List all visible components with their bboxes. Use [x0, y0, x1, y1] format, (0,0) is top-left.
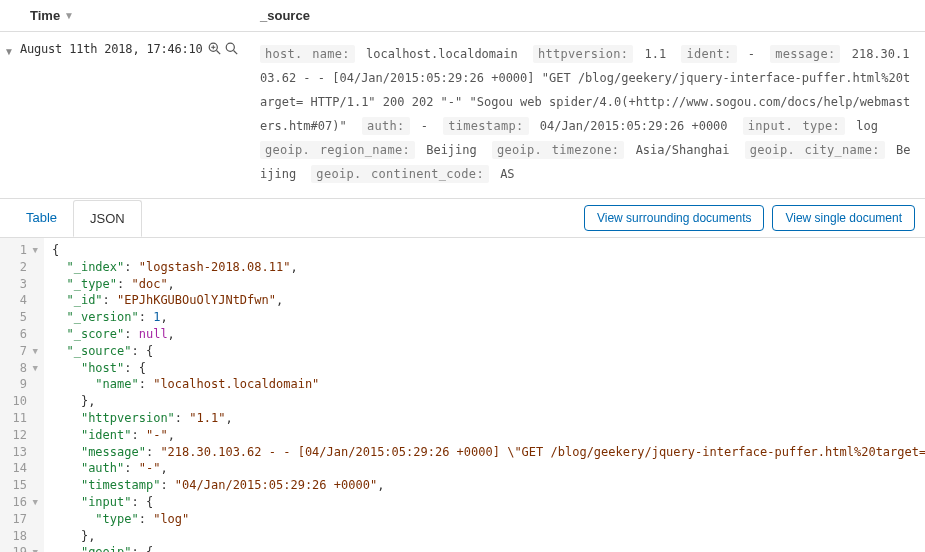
- field-key: message:: [770, 45, 840, 63]
- line-number: 5: [4, 309, 38, 326]
- tabs: Table JSON: [10, 200, 142, 236]
- line-gutter: 1▼234567▼8▼910111213141516▼171819▼202122: [0, 238, 44, 552]
- line-number: 12: [4, 427, 38, 444]
- sort-desc-icon: ▼: [64, 10, 74, 21]
- line-number: 18: [4, 528, 38, 545]
- time-value: August 11th 2018, 17:46:10: [20, 42, 203, 56]
- field-key: auth:: [362, 117, 410, 135]
- view-single-button[interactable]: View single document: [772, 205, 915, 231]
- line-number: 3: [4, 276, 38, 293]
- field-value: -: [741, 47, 755, 61]
- field-value: -: [414, 119, 428, 133]
- line-number: 16▼: [4, 494, 38, 511]
- code-line: "message": "218.30.103.62 - - [04/Jan/20…: [52, 444, 925, 461]
- field-key: httpversion:: [533, 45, 633, 63]
- svg-line-5: [233, 51, 237, 55]
- table-header: Time ▼ _source: [0, 0, 925, 32]
- code-line: "_score": null,: [52, 326, 925, 343]
- field-value: 04/Jan/2015:05:29:26 +0000: [533, 119, 728, 133]
- fold-icon[interactable]: ▼: [30, 244, 38, 257]
- code-line: {: [52, 242, 925, 259]
- fold-icon[interactable]: ▼: [30, 496, 38, 509]
- field-key: ident:: [681, 45, 736, 63]
- field-value: Asia/Shanghai: [628, 143, 729, 157]
- svg-line-1: [216, 51, 220, 55]
- field-key: input. type:: [743, 117, 845, 135]
- field-value: localhost.localdomain: [359, 47, 518, 61]
- field-value: Beijing: [419, 143, 477, 157]
- code-line: "auth": "-",: [52, 460, 925, 477]
- time-cell: August 11th 2018, 17:46:10: [20, 42, 260, 57]
- code-line: "_id": "EPJhKGUBOuOlYJNtDfwn",: [52, 292, 925, 309]
- code-line: "_index": "logstash-2018.08.11",: [52, 259, 925, 276]
- tabs-row: Table JSON View surrounding documents Vi…: [0, 199, 925, 238]
- field-value: log: [849, 119, 878, 133]
- line-number: 7▼: [4, 343, 38, 360]
- json-code[interactable]: { "_index": "logstash-2018.08.11", "_typ…: [44, 238, 925, 552]
- code-line: "host": {: [52, 360, 925, 377]
- line-number: 13: [4, 444, 38, 461]
- field-key: host. name:: [260, 45, 355, 63]
- field-key: geoip. timezone:: [492, 141, 624, 159]
- fold-icon[interactable]: ▼: [30, 362, 38, 375]
- field-value: 1.1: [637, 47, 666, 61]
- line-number: 6: [4, 326, 38, 343]
- doc-actions: View surrounding documents View single d…: [584, 199, 915, 237]
- line-number: 19▼: [4, 544, 38, 552]
- code-line: "input": {: [52, 494, 925, 511]
- column-source-label: _source: [260, 8, 310, 23]
- expand-toggle-icon[interactable]: ▼: [0, 42, 20, 57]
- code-line: },: [52, 393, 925, 410]
- code-line: "_type": "doc",: [52, 276, 925, 293]
- line-number: 14: [4, 460, 38, 477]
- line-number: 11: [4, 410, 38, 427]
- zoom-out-icon[interactable]: [225, 42, 238, 57]
- fold-icon[interactable]: ▼: [30, 345, 38, 358]
- fold-icon[interactable]: ▼: [30, 546, 38, 552]
- code-line: "name": "localhost.localdomain": [52, 376, 925, 393]
- json-editor: 1▼234567▼8▼910111213141516▼171819▼202122…: [0, 238, 925, 552]
- code-line: "timestamp": "04/Jan/2015:05:29:26 +0000…: [52, 477, 925, 494]
- column-time[interactable]: Time ▼: [0, 8, 260, 23]
- code-line: "_version": 1,: [52, 309, 925, 326]
- code-line: "_source": {: [52, 343, 925, 360]
- table-row: ▼ August 11th 2018, 17:46:10 host. name:…: [0, 32, 925, 199]
- code-line: "ident": "-",: [52, 427, 925, 444]
- line-number: 17: [4, 511, 38, 528]
- line-number: 4: [4, 292, 38, 309]
- code-line: },: [52, 528, 925, 545]
- code-line: "type": "log": [52, 511, 925, 528]
- field-key: geoip. region_name:: [260, 141, 415, 159]
- line-number: 2: [4, 259, 38, 276]
- field-key: geoip. city_name:: [745, 141, 885, 159]
- tab-table[interactable]: Table: [10, 200, 73, 236]
- zoom-in-icon[interactable]: [208, 42, 221, 57]
- field-key: geoip. continent_code:: [311, 165, 489, 183]
- line-number: 9: [4, 376, 38, 393]
- line-number: 10: [4, 393, 38, 410]
- code-line: "geoip": {: [52, 544, 925, 552]
- svg-point-4: [226, 43, 234, 51]
- code-line: "httpversion": "1.1",: [52, 410, 925, 427]
- tab-json[interactable]: JSON: [73, 200, 142, 237]
- source-cell: host. name: localhost.localdomain httpve…: [260, 42, 925, 186]
- column-time-label: Time: [30, 8, 60, 23]
- column-source[interactable]: _source: [260, 8, 925, 23]
- line-number: 15: [4, 477, 38, 494]
- line-number: 8▼: [4, 360, 38, 377]
- line-number: 1▼: [4, 242, 38, 259]
- field-value: AS: [493, 167, 515, 181]
- field-key: timestamp:: [443, 117, 528, 135]
- view-surrounding-button[interactable]: View surrounding documents: [584, 205, 765, 231]
